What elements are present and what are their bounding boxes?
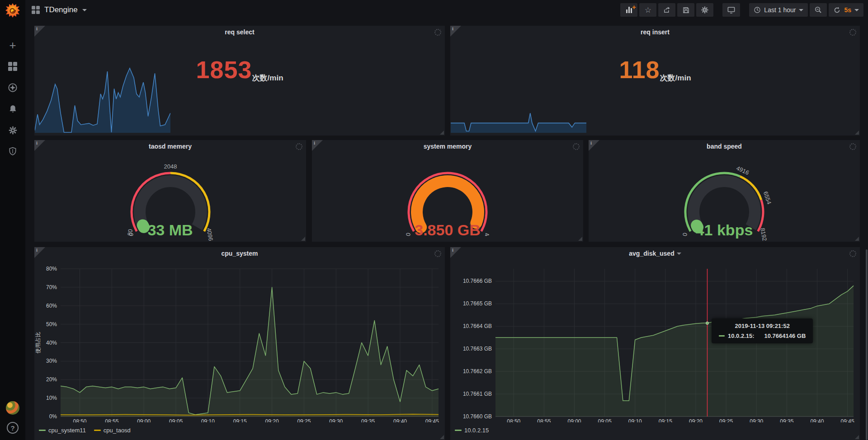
svg-text:6554: 6554 bbox=[762, 191, 773, 205]
svg-text:使用占比: 使用占比 bbox=[35, 332, 41, 354]
panel-resize-handle[interactable] bbox=[578, 237, 582, 241]
svg-text:09:40: 09:40 bbox=[393, 418, 407, 422]
svg-text:70%: 70% bbox=[46, 284, 57, 290]
panel-info-icon[interactable]: i bbox=[34, 247, 45, 258]
dashboards-grid-icon bbox=[8, 62, 17, 71]
refresh-button[interactable]: 5s bbox=[829, 3, 863, 17]
clock-icon bbox=[754, 6, 761, 14]
panel-loading-icon bbox=[434, 250, 441, 257]
panel-info-icon[interactable]: i bbox=[34, 140, 45, 151]
panel-loading-icon bbox=[849, 250, 856, 257]
panel-loading-icon bbox=[573, 143, 580, 150]
gauge-value: 33 MB bbox=[118, 221, 222, 239]
add-panel-button[interactable]: + bbox=[620, 3, 637, 17]
series-dash-icon bbox=[455, 430, 462, 431]
svg-text:10.7661 GB: 10.7661 GB bbox=[463, 391, 492, 397]
svg-text:0%: 0% bbox=[49, 413, 57, 420]
server-admin-shield-icon bbox=[8, 147, 17, 156]
band-speed-gauge: 0491665548192 41 kbps bbox=[672, 164, 776, 250]
legend-item[interactable]: cpu_taosd bbox=[94, 427, 131, 434]
svg-text:50%: 50% bbox=[46, 321, 57, 328]
svg-text:08:55: 08:55 bbox=[537, 418, 551, 422]
svg-text:09:35: 09:35 bbox=[780, 418, 793, 422]
time-picker-button[interactable]: Last 1 hour bbox=[749, 3, 808, 17]
svg-text:20%: 20% bbox=[46, 376, 57, 383]
svg-text:09:20: 09:20 bbox=[689, 418, 703, 422]
svg-text:08:50: 08:50 bbox=[73, 418, 86, 422]
panel-info-icon[interactable]: i bbox=[450, 247, 461, 258]
svg-text:80%: 80% bbox=[46, 266, 57, 272]
svg-text:40%: 40% bbox=[46, 340, 57, 346]
panel-cpu-system: i cpu_system 0%10%20%30%40%50%60%70%80%0… bbox=[34, 247, 445, 440]
sidebar-bottom: ? bbox=[6, 401, 19, 440]
configuration-gear-icon bbox=[8, 126, 18, 135]
svg-text:10.7665 GB: 10.7665 GB bbox=[463, 300, 492, 307]
share-icon bbox=[663, 6, 671, 14]
series-dash-icon bbox=[94, 430, 101, 431]
star-button[interactable]: ☆ bbox=[639, 3, 656, 17]
graph-tooltip: 2019-11-13 09:21:52 10.0.2.15: 10.766414… bbox=[712, 318, 813, 343]
legend-item[interactable]: 10.0.2.15 bbox=[455, 427, 489, 434]
sidebar-dashboards-button[interactable] bbox=[8, 61, 18, 71]
panel-title[interactable]: cpu_system bbox=[34, 247, 445, 260]
panel-resize-handle[interactable] bbox=[301, 237, 305, 241]
question-icon: ? bbox=[10, 424, 14, 432]
share-button[interactable] bbox=[658, 3, 675, 17]
panel-title[interactable]: band speed bbox=[589, 140, 860, 153]
cycle-view-button[interactable] bbox=[722, 3, 740, 17]
page-scrollbar[interactable] bbox=[866, 249, 868, 440]
panel-info-icon[interactable]: i bbox=[312, 140, 323, 151]
svg-text:09:45: 09:45 bbox=[425, 418, 439, 422]
svg-text:08:55: 08:55 bbox=[105, 418, 118, 422]
svg-text:09:25: 09:25 bbox=[297, 418, 311, 422]
sidebar-menu: + bbox=[8, 40, 18, 156]
gauge-value: 3.850 GB bbox=[396, 221, 500, 239]
svg-text:09:05: 09:05 bbox=[598, 418, 612, 422]
user-avatar[interactable] bbox=[6, 401, 19, 415]
svg-text:2048: 2048 bbox=[164, 164, 177, 170]
panel-system-memory: i system memory 04 3.850 GB bbox=[312, 140, 583, 242]
sidebar-alerting-button[interactable] bbox=[8, 104, 18, 114]
panel-resize-handle[interactable] bbox=[855, 237, 859, 241]
top-navbar: TDengine + ☆ bbox=[25, 0, 868, 20]
sidebar-configuration-button[interactable] bbox=[8, 125, 18, 135]
legend-item[interactable]: cpu_system11 bbox=[39, 427, 86, 434]
zoom-out-button[interactable] bbox=[810, 3, 827, 17]
panel-info-icon[interactable]: i bbox=[34, 26, 45, 37]
dashboard-picker[interactable]: TDengine bbox=[32, 5, 87, 14]
cpu-system-chart[interactable]: 0%10%20%30%40%50%60%70%80%08:5008:5509:0… bbox=[34, 260, 445, 422]
panel-title[interactable]: taosd memery bbox=[34, 140, 306, 153]
save-button[interactable] bbox=[677, 3, 694, 17]
series-dash-icon bbox=[719, 335, 725, 337]
panel-resize-handle[interactable] bbox=[440, 435, 444, 439]
svg-text:30%: 30% bbox=[46, 358, 57, 364]
sidebar-create-button[interactable]: + bbox=[8, 40, 18, 50]
chart-legend: 10.0.2.15 bbox=[455, 427, 489, 434]
panel-info-icon[interactable]: i bbox=[589, 140, 599, 151]
system-memory-gauge: 04 3.850 GB bbox=[396, 164, 500, 250]
svg-text:09:30: 09:30 bbox=[750, 418, 763, 422]
dashboard-title: TDengine bbox=[44, 5, 78, 14]
sidebar-admin-button[interactable] bbox=[8, 146, 18, 156]
panel-title[interactable]: req select bbox=[34, 26, 445, 38]
svg-text:08:50: 08:50 bbox=[507, 418, 520, 422]
caret-down-icon bbox=[677, 253, 681, 255]
save-icon bbox=[682, 6, 690, 14]
svg-text:09:25: 09:25 bbox=[719, 418, 733, 422]
monitor-icon bbox=[727, 6, 736, 14]
svg-text:10.7666 GB: 10.7666 GB bbox=[463, 278, 492, 284]
panel-info-icon[interactable]: i bbox=[450, 26, 461, 37]
grafana-logo-icon[interactable] bbox=[5, 2, 21, 19]
panel-title[interactable]: req insert bbox=[450, 26, 860, 38]
refresh-interval-label: 5s bbox=[844, 6, 851, 14]
zoom-out-icon bbox=[814, 6, 822, 14]
dashboard-settings-button[interactable] bbox=[696, 3, 713, 17]
tooltip-value: 10.7664146 GB bbox=[764, 332, 806, 339]
sidebar-explore-button[interactable] bbox=[8, 83, 18, 93]
svg-text:09:45: 09:45 bbox=[841, 418, 854, 422]
explore-compass-icon bbox=[8, 83, 18, 93]
panel-title[interactable]: system memory bbox=[312, 140, 583, 153]
panel-title[interactable]: avg_disk_used bbox=[450, 247, 860, 260]
help-button[interactable]: ? bbox=[7, 422, 19, 434]
panel-resize-handle[interactable] bbox=[855, 435, 859, 439]
